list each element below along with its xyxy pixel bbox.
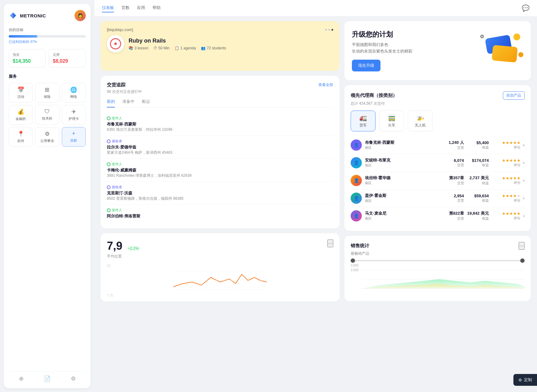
- nav-help[interactable]: 帮助: [152, 4, 161, 12]
- progress-bar-bg: [9, 35, 86, 38]
- delivery-item-0: 发件人 布鲁克林·西蒙斯 6391 埃尔兰圣塞莱斯，特拉华州 10299: [107, 113, 333, 136]
- recv-addr-1: 星家大道2464号 梅萨，新泽西州 45463: [107, 150, 333, 155]
- arrow-2[interactable]: ›: [523, 178, 525, 183]
- course-details: Ruby on Rails 📚 3 lesson ⏱ 50 Min 📋 1 ag…: [129, 38, 226, 50]
- nav-apps[interactable]: 应用: [137, 4, 145, 12]
- sales-more-btn[interactable]: ···: [519, 242, 525, 250]
- truck-icon: 🚛: [359, 114, 367, 121]
- sender-name-2: 卡梅伦·威廉姆森: [107, 167, 333, 173]
- agent-stat-2: 第357章 交货: [439, 175, 464, 185]
- progress-bar-fill: [9, 35, 37, 38]
- sender-addr-2: 3891 Ranchview 理查森博士，加利福尼亚州 62639: [107, 173, 333, 178]
- course-domain-text: [biqubiqu.com]: [107, 27, 133, 32]
- tab-new[interactable]: 新的: [107, 99, 115, 107]
- agent-row-3: 👤 盖伊·霍金斯 南区 2,954 交货 $59,634 收益 ★★★★★: [351, 189, 525, 207]
- role-sender-0: 发件人: [107, 116, 333, 121]
- agent-revenue-3: $59,634 收益: [464, 194, 489, 203]
- nursing-label: 护理卡: [69, 116, 79, 121]
- sidebar-footer: ⊕ 📄 ⚙: [9, 371, 86, 382]
- service-insurance[interactable]: ⊞ 保险: [35, 83, 59, 103]
- avg-more-btn[interactable]: ···: [327, 239, 333, 247]
- service-network[interactable]: 🌐 网络: [62, 83, 86, 103]
- range-slider-bg[interactable]: [351, 260, 525, 261]
- services-grid: 📅 活动 ⊞ 保险 🌐 网络 💰 金融的 🛡 技术的 ✈ 护理卡 📍 款待 ⚙: [9, 83, 86, 147]
- sales-card: 销售统计 ··· 最畅销产品 3,000 2,500: [344, 236, 531, 301]
- chat-icon[interactable]: 💬: [522, 4, 530, 12]
- upgrade-button[interactable]: 现在升级: [352, 60, 380, 71]
- dot3: [331, 29, 333, 31]
- role-sender-4: 发件人: [107, 208, 333, 212]
- agent-name-1: 安妮特·布莱克: [365, 157, 439, 163]
- sender-dot-0: [107, 116, 111, 120]
- agent-rating-2: ★★★★★ 评分: [493, 176, 521, 185]
- view-all-link[interactable]: 查看全部: [318, 82, 333, 88]
- course-domain: [biqubiqu.com]: [107, 27, 333, 32]
- sender-name-0: 布鲁克林·西蒙斯: [107, 121, 333, 127]
- add-product-button[interactable]: 添加产品: [503, 91, 525, 100]
- agent-revenue-4: 19,842 美元 收益: [464, 211, 489, 221]
- cat-drone[interactable]: 🚁 无人机: [408, 111, 433, 131]
- service-nursing[interactable]: ✈ 护理卡: [62, 105, 86, 125]
- avg-label: 平均位置: [107, 254, 140, 259]
- role-recv-3: 接收者: [107, 185, 333, 189]
- agent-name-0: 布鲁克林·西蒙斯: [365, 140, 439, 145]
- course-title: Ruby on Rails: [129, 38, 226, 44]
- dot1: [325, 29, 327, 31]
- main-area: 仪表板 页数 应用 帮助 💬 [biqubiqu.com]: [94, 0, 537, 392]
- layers-icon[interactable]: ⊕: [19, 375, 24, 382]
- recv-name-1: 拉尔夫·爱德华兹: [107, 144, 333, 150]
- nav-links: 仪表板 页数 应用 帮助: [102, 4, 161, 12]
- cat-truck[interactable]: 🚛 货车: [351, 111, 375, 131]
- service-activity[interactable]: 📅 活动: [9, 83, 33, 103]
- course-card: [biqubiqu.com] Ruby on Rails: [101, 21, 339, 71]
- service-finance[interactable]: 💰 金融的: [9, 105, 33, 125]
- sales-slider: [351, 260, 525, 261]
- cat-train[interactable]: 🚃 火车: [379, 111, 404, 131]
- recv-dot-1: [107, 139, 111, 143]
- tech-icon: 🛡: [44, 108, 50, 115]
- public-icon: ⚙: [45, 130, 50, 137]
- agent-revenue-1: $174,074 收益: [464, 158, 489, 167]
- arrow-0[interactable]: ›: [523, 142, 525, 148]
- service-tech[interactable]: 🛡 技术的: [35, 105, 59, 125]
- budget-value: $14,350: [13, 58, 42, 64]
- nav-pages[interactable]: 页数: [121, 4, 130, 12]
- course-info: Ruby on Rails 📚 3 lesson ⏱ 50 Min 📋 1 ag…: [107, 35, 333, 52]
- nav-dashboard[interactable]: 仪表板: [102, 4, 114, 12]
- arrow-3[interactable]: ›: [523, 195, 525, 201]
- truck-label: 货车: [359, 123, 367, 128]
- budget-card: 预算 $14,350: [9, 49, 46, 67]
- customize-btn[interactable]: ⚙ 定制: [513, 374, 537, 386]
- tab-preparing[interactable]: 准备中: [122, 99, 134, 107]
- arrow-1[interactable]: ›: [523, 160, 525, 166]
- agent-region-2: 南区: [365, 181, 439, 185]
- service-public[interactable]: ⚙ 公用事业: [35, 127, 59, 147]
- train-icon: 🚃: [388, 114, 396, 121]
- recv-addr-3: 8502 普雷斯顿路，英格尔伍德，缅因州 98380: [107, 196, 333, 201]
- thumb-dot: [114, 43, 117, 45]
- drone-icon: 🚁: [416, 114, 424, 121]
- upgrade-desc: 平面描图和我们多色 生动的未混合紫色头发女士的精彩: [352, 42, 412, 55]
- delivery-item-3: 接收者 克里斯汀·沃森 8502 普雷斯顿路，英格尔伍德，缅因州 98380: [107, 182, 333, 205]
- service-add[interactable]: + 添新: [62, 127, 86, 147]
- nav-right: 💬: [522, 4, 530, 12]
- sales-chart: 3,000 2,500: [351, 264, 525, 295]
- agent-avatar-3: 👤: [351, 193, 362, 204]
- course-dots: [325, 29, 333, 31]
- service-reception[interactable]: 📍 款待: [9, 127, 33, 147]
- avg-change: +2.2%: [126, 246, 140, 251]
- tab-shipping[interactable]: 船运: [142, 99, 150, 107]
- sales-subtitle: 最畅销产品: [351, 251, 525, 256]
- avg-position-card: 7,9 +2.2% 平均位置 ··· 10: [101, 233, 339, 301]
- range-handle-right[interactable]: [520, 258, 525, 263]
- goal-section: 你的目标 已达到目标的 37%: [9, 27, 86, 44]
- insurance-icon: ⊞: [45, 86, 49, 93]
- arrow-4[interactable]: ›: [523, 213, 525, 219]
- range-handle-left[interactable]: [351, 258, 355, 263]
- avg-line-chart: [107, 268, 333, 293]
- gear-icon: ⚙: [480, 34, 484, 39]
- avatar[interactable]: 👩: [75, 10, 86, 21]
- settings-icon[interactable]: ⚙: [71, 375, 76, 382]
- file-icon[interactable]: 📄: [44, 375, 51, 382]
- agent-avatar-1: 👤: [351, 157, 362, 168]
